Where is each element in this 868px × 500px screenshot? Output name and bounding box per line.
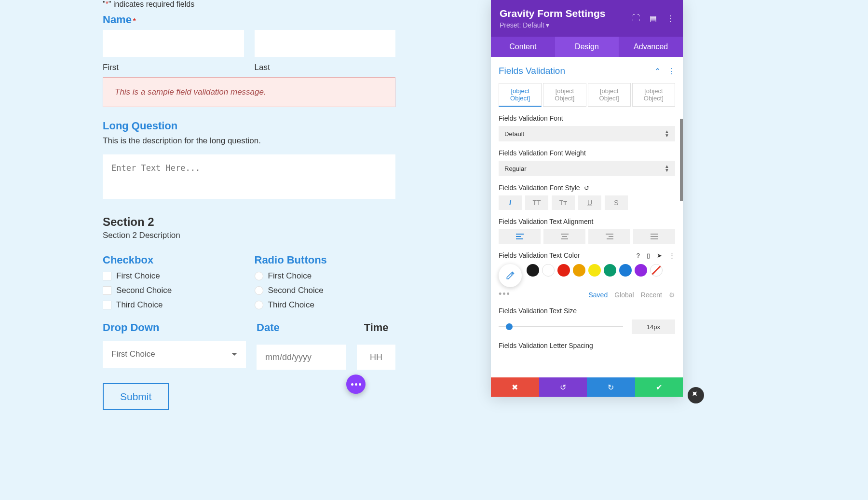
text-size-label: Fields Validation Text Size <box>499 307 675 315</box>
subtab-4[interactable]: [object Object] <box>632 83 675 107</box>
color-swatch-white[interactable] <box>542 264 555 277</box>
date-label: Date <box>257 321 346 334</box>
preset-select[interactable]: Preset: Default ▾ <box>500 21 605 29</box>
ellipsis-icon <box>351 383 361 386</box>
validation-message: This is a sample field validation messag… <box>103 77 395 107</box>
uppercase-button[interactable]: TT <box>525 195 548 210</box>
checkbox-option[interactable]: First Choice <box>103 271 244 281</box>
font-style-label: Fields Validation Font Style ↺ <box>499 184 675 192</box>
align-justify-button[interactable] <box>633 229 675 244</box>
underline-button[interactable]: U <box>578 195 601 210</box>
first-name-sublabel: First <box>103 63 244 72</box>
mobile-icon[interactable]: ▯ <box>647 252 650 259</box>
time-label: Time <box>357 321 395 334</box>
reset-icon[interactable]: ↺ <box>584 184 589 192</box>
color-swatch-black[interactable] <box>527 264 539 277</box>
tab-content[interactable]: Content <box>491 37 555 57</box>
select-arrows-icon: ▲▼ <box>665 130 669 138</box>
text-size-slider[interactable] <box>499 326 623 327</box>
checkbox-option[interactable]: Third Choice <box>103 300 244 310</box>
first-name-input[interactable] <box>103 30 244 57</box>
chat-fab[interactable] <box>688 387 704 403</box>
color-swatch-red[interactable] <box>557 264 570 277</box>
align-center-button[interactable] <box>543 229 585 244</box>
align-right-button[interactable] <box>588 229 630 244</box>
long-question-textarea[interactable] <box>103 154 395 199</box>
checkbox-group-label: Checkbox <box>103 254 244 266</box>
chevron-up-icon[interactable]: ⌃ <box>654 67 661 76</box>
save-button[interactable]: ✔ <box>635 377 683 397</box>
subtab-3[interactable]: [object Object] <box>588 83 631 107</box>
font-weight-select[interactable]: Regular ▲▼ <box>499 161 675 176</box>
dropdown-label: Drop Down <box>103 321 246 334</box>
required-fields-note: "*" indicates required fields <box>103 0 395 9</box>
checkbox-icon <box>103 286 111 295</box>
swatch-tab-saved[interactable]: Saved <box>588 291 608 299</box>
color-swatch-green[interactable] <box>604 264 616 277</box>
name-label: Name* <box>103 14 395 26</box>
color-swatch-yellow[interactable] <box>588 264 601 277</box>
fab-more-button[interactable] <box>346 375 366 394</box>
swatch-tab-global[interactable]: Global <box>614 291 634 299</box>
dropdown-select[interactable]: First Choice <box>103 341 246 368</box>
undo-button[interactable]: ↺ <box>539 377 587 397</box>
radio-icon <box>255 272 263 280</box>
smallcaps-button[interactable]: Tᴛ <box>552 195 575 210</box>
italic-button[interactable]: I <box>499 195 522 210</box>
radio-option[interactable]: Second Choice <box>255 286 396 295</box>
letter-spacing-label: Fields Validation Letter Spacing <box>499 342 675 349</box>
panel-title: Gravity Form Settings <box>500 8 605 19</box>
text-size-value[interactable]: 14px <box>632 319 675 334</box>
columns-icon[interactable]: ▤ <box>650 14 657 23</box>
select-arrows-icon: ▲▼ <box>665 165 669 172</box>
date-input[interactable] <box>257 345 346 370</box>
tab-design[interactable]: Design <box>555 37 619 57</box>
eyedropper-button[interactable] <box>499 264 522 287</box>
swatch-tab-recent[interactable]: Recent <box>641 291 662 299</box>
align-left-button[interactable] <box>499 229 541 244</box>
fields-validation-header[interactable]: Fields Validation <box>499 66 565 76</box>
section-2-description: Section 2 Description <box>103 231 395 240</box>
subtab-2[interactable]: [object Object] <box>543 83 586 107</box>
expand-icon[interactable]: ⛶ <box>632 14 640 23</box>
font-label: Fields Validation Font <box>499 114 675 122</box>
slider-thumb[interactable] <box>506 323 513 330</box>
long-question-description: This is the description for the long que… <box>103 136 395 146</box>
strikethrough-button[interactable]: S <box>605 195 628 210</box>
gear-icon[interactable]: ⚙ <box>669 291 675 299</box>
kebab-icon[interactable]: ⋮ <box>669 252 675 259</box>
last-name-sublabel: Last <box>255 63 396 72</box>
time-hour-input[interactable] <box>357 345 395 370</box>
color-swatch-purple[interactable] <box>635 264 647 277</box>
checkbox-icon <box>103 272 111 280</box>
color-swatch-orange[interactable] <box>573 264 585 277</box>
color-swatch-none[interactable] <box>650 264 663 277</box>
discard-button[interactable]: ✖ <box>491 377 539 397</box>
tab-advanced[interactable]: Advanced <box>619 37 683 57</box>
font-weight-label: Fields Validation Font Weight <box>499 149 675 157</box>
kebab-icon[interactable]: ⋮ <box>667 67 675 76</box>
cursor-icon[interactable]: ➤ <box>657 252 662 259</box>
font-select[interactable]: Default ▲▼ <box>499 126 675 141</box>
caret-down-icon <box>231 353 237 356</box>
subtab-1[interactable]: [object Object] <box>499 83 542 107</box>
last-name-input[interactable] <box>255 30 396 57</box>
color-swatch-blue[interactable] <box>619 264 632 277</box>
radio-icon <box>255 301 263 309</box>
long-question-label: Long Question <box>103 120 395 132</box>
radio-option[interactable]: Third Choice <box>255 300 396 310</box>
more-colors-icon[interactable]: ••• <box>499 289 511 299</box>
settings-panel: Gravity Form Settings Preset: Default ▾ … <box>491 0 683 397</box>
submit-button[interactable]: Submit <box>103 383 169 410</box>
checkbox-option[interactable]: Second Choice <box>103 286 244 295</box>
section-2-title: Section 2 <box>103 215 395 229</box>
radio-option[interactable]: First Choice <box>255 271 396 281</box>
radio-icon <box>255 286 263 295</box>
text-color-label: Fields Validation Text Color <box>499 251 580 259</box>
redo-button[interactable]: ↻ <box>587 377 635 397</box>
scrollbar-thumb[interactable] <box>680 119 683 201</box>
radio-group-label: Radio Buttons <box>255 254 396 266</box>
help-icon[interactable]: ? <box>637 252 640 259</box>
kebab-icon[interactable]: ⋮ <box>666 14 674 23</box>
text-align-label: Fields Validation Text Alignment <box>499 218 675 225</box>
